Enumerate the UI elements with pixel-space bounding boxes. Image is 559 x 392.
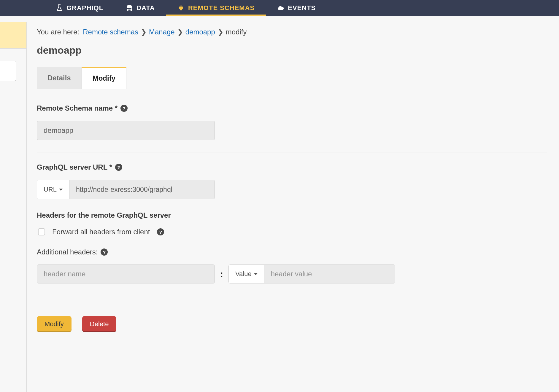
url-type-label: URL <box>44 186 57 193</box>
tabs: Details Modify <box>37 67 547 89</box>
name-input[interactable] <box>37 121 215 140</box>
help-icon[interactable]: ? <box>115 164 122 171</box>
chevron-right-icon: ❯ <box>141 28 147 36</box>
header-value-type-label: Value <box>235 270 252 278</box>
database-icon <box>126 4 133 12</box>
help-icon[interactable]: ? <box>157 228 164 235</box>
header-value-group: Value <box>228 264 395 283</box>
headers-label-text: Headers for the remote GraphQL server <box>37 211 171 219</box>
top-nav: GRAPHIQL DATA REMOTE SCHEMAS EVENTS <box>0 0 559 16</box>
url-row: URL <box>37 180 215 199</box>
additional-label-text: Additional headers: <box>37 248 98 256</box>
header-value-input[interactable] <box>264 265 395 283</box>
nav-graphiql[interactable]: GRAPHIQL <box>45 0 115 16</box>
url-type-selector[interactable]: URL <box>37 180 69 199</box>
form-body: Remote Schema name * ? GraphQL server UR… <box>37 89 547 332</box>
header-name-input[interactable] <box>37 264 215 283</box>
forward-checkbox[interactable] <box>38 228 45 235</box>
breadcrumb-modify: modify <box>226 28 247 36</box>
nav-events[interactable]: EVENTS <box>266 0 327 16</box>
forward-row: Forward all headers from client ? <box>37 228 547 236</box>
additional-label: Additional headers: ? <box>37 248 547 256</box>
nav-data[interactable]: DATA <box>115 0 166 16</box>
name-label: Remote Schema name * ? <box>37 104 547 112</box>
chevron-right-icon: ❯ <box>177 28 183 36</box>
name-label-text: Remote Schema name * <box>37 104 117 112</box>
divider <box>37 152 547 152</box>
header-value-type-selector[interactable]: Value <box>229 265 264 283</box>
chevron-down-icon <box>254 273 258 275</box>
nav-label: DATA <box>136 4 155 12</box>
tab-modify[interactable]: Modify <box>82 67 126 89</box>
cloud-icon <box>277 4 284 12</box>
forward-label: Forward all headers from client <box>52 228 150 236</box>
nav-remote-schemas[interactable]: REMOTE SCHEMAS <box>166 0 266 16</box>
url-label: GraphQL server URL * ? <box>37 163 547 171</box>
delete-button[interactable]: Delete <box>82 316 117 332</box>
section-url: GraphQL server URL * ? URL <box>37 163 547 199</box>
sidebar-box <box>0 61 16 81</box>
sidebar-active-highlight <box>0 22 27 49</box>
url-label-text: GraphQL server URL * <box>37 163 112 171</box>
nav-label: GRAPHIQL <box>66 4 103 12</box>
main-content: You are here: Remote schemas ❯ Manage ❯ … <box>27 16 559 392</box>
nav-label: EVENTS <box>288 4 316 12</box>
header-row: : Value <box>37 264 547 283</box>
breadcrumb-remote-schemas[interactable]: Remote schemas <box>83 28 138 36</box>
help-icon[interactable]: ? <box>120 105 128 112</box>
breadcrumb: You are here: Remote schemas ❯ Manage ❯ … <box>37 28 547 36</box>
modify-button[interactable]: Modify <box>37 316 72 332</box>
colon-separator: : <box>220 269 223 279</box>
flask-icon <box>56 4 63 12</box>
breadcrumb-demoapp[interactable]: demoapp <box>185 28 215 36</box>
help-icon[interactable]: ? <box>101 248 108 256</box>
plug-icon <box>177 4 185 12</box>
button-row: Modify Delete <box>37 316 547 332</box>
breadcrumb-here-label: You are here: <box>37 28 79 36</box>
tab-details[interactable]: Details <box>37 67 82 89</box>
headers-label: Headers for the remote GraphQL server <box>37 211 547 219</box>
section-headers: Headers for the remote GraphQL server Fo… <box>37 211 547 236</box>
nav-label: REMOTE SCHEMAS <box>188 4 255 12</box>
section-additional: Additional headers: ? : Value <box>37 248 547 283</box>
section-name: Remote Schema name * ? <box>37 104 547 140</box>
chevron-down-icon <box>59 189 63 191</box>
page-title: demoapp <box>37 44 547 56</box>
url-input[interactable] <box>69 180 215 199</box>
chevron-right-icon: ❯ <box>217 28 223 36</box>
breadcrumb-manage[interactable]: Manage <box>149 28 175 36</box>
